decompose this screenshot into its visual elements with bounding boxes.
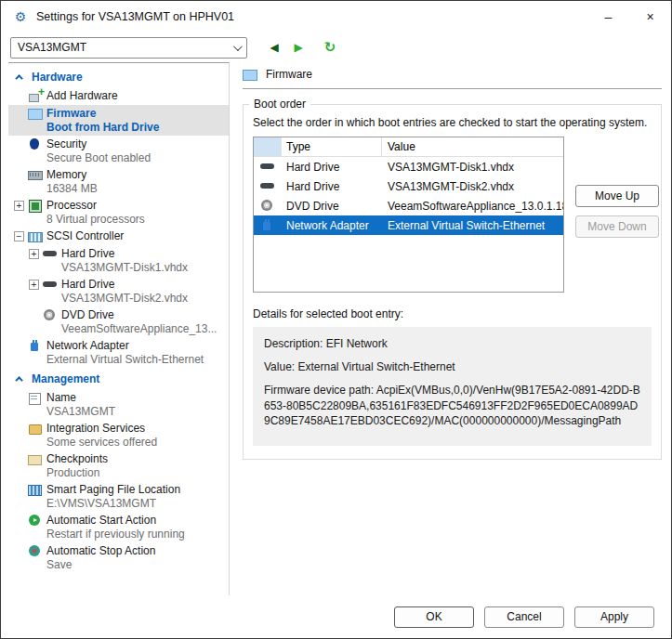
minimize-button[interactable]: – [587,1,629,33]
vm-selector[interactable]: VSA13MGMT [10,37,247,59]
close-button[interactable]: × [629,1,671,33]
tree-expander-spacer [14,170,24,180]
item-label: Processor [46,199,97,212]
tree-expander-plus-icon[interactable]: + [29,249,39,259]
navigate-back-button[interactable]: ◀ [264,36,284,59]
tree-expander-minus-icon[interactable]: − [14,231,24,241]
dvd-drive-icon [260,200,275,212]
sidebar-item-firmware[interactable]: FirmwareBoot from Hard Drive [8,105,229,136]
item-label: Add Hardware [46,89,118,102]
sidebar-item-network-adapter[interactable]: Network AdapterExternal Virtual Switch-E… [8,337,229,368]
boot-order-description: Select the order in which boot entries a… [253,116,652,129]
item-label: SCSI Controller [46,229,124,242]
tree-expander-spacer [29,310,39,320]
item-label: Name [46,391,76,404]
column-header-value: Value [382,140,563,153]
hard-drive-icon [260,180,275,192]
tree-expander-spacer [14,393,24,403]
automatic-start-icon [28,515,43,527]
tree-expander-spacer [14,91,24,101]
integration-services-icon [28,423,43,435]
item-sublabel: VSA13MGMT [14,405,229,418]
tree-expander-plus-icon[interactable]: + [29,280,39,290]
move-down-button[interactable]: Move Down [575,215,659,238]
cancel-button[interactable]: Cancel [484,606,564,628]
sidebar-item-automatic-start-action[interactable]: Automatic Start ActionRestart if previou… [8,512,229,542]
sidebar-item-dvd-drive[interactable]: DVD DriveVeeamSoftwareAppliance_13... [8,306,229,337]
dvd-drive-icon [43,309,58,321]
memory-icon [28,169,43,181]
item-label: Automatic Stop Action [46,544,155,557]
sidebar-item-integration-services[interactable]: Integration ServicesSome services offere… [8,420,229,450]
sidebar-tree: HardwareAdd HardwareFirmwareBoot from Ha… [8,62,230,595]
sidebar-item-add-hardware[interactable]: Add Hardware [8,87,229,105]
toolbar: VSA13MGMT ◀ ▶ ↻ [1,33,671,62]
sidebar-item-automatic-stop-action[interactable]: Automatic Stop ActionSave [8,542,229,573]
sidebar-item-memory[interactable]: Memory16384 MB [8,166,229,197]
boot-entry-type: DVD Drive [282,200,382,213]
titlebar: ⚙ Settings for VSA13MGMT on HPHV01 – × [1,1,671,33]
sidebar-item-hard-drive[interactable]: +Hard DriveVSA13MGMT-Disk2.vhdx [8,276,229,306]
boot-order-table-area: Type Value Hard DriveVSA13MGMT-Disk1.vhd… [253,137,652,293]
tree-expander-spacer [14,546,24,556]
boot-order-rows: Hard DriveVSA13MGMT-Disk1.vhdxHard Drive… [254,157,563,235]
network-adapter-icon [28,340,43,352]
item-sublabel: Production [14,466,229,479]
item-sublabel: Some services offered [14,436,229,449]
item-label: Memory [46,168,86,181]
hard-drive-icon [43,248,58,260]
navigate-forward-button[interactable]: ▶ [288,36,309,59]
tree-expander-spacer [14,109,24,119]
sidebar-item-name[interactable]: NameVSA13MGMT [8,389,229,420]
ok-button[interactable]: OK [394,606,474,628]
tree-expander-spacer [14,515,24,526]
tree-expander-plus-icon[interactable]: + [14,201,24,211]
move-up-button[interactable]: Move Up [575,185,659,207]
sidebar-item-smart-paging-file-location[interactable]: Smart Paging File LocationE:\VMS\VSA13MG… [8,481,229,512]
boot-entry-value: VeeamSoftwareAppliance_13.0.1.18... [382,200,563,213]
tree-expander-spacer [14,454,24,464]
sidebar-item-scsi-controller[interactable]: −SCSI Controller [8,228,229,245]
boot-entry-type: Hard Drive [282,161,382,174]
item-label: Smart Paging File Location [46,483,180,496]
content-area: HardwareAdd HardwareFirmwareBoot from Ha… [1,62,671,595]
sidebar-item-processor[interactable]: +Processor8 Virtual processors [8,197,229,228]
tree-expander-spacer [14,424,24,434]
item-label: Network Adapter [46,339,129,352]
refresh-button[interactable]: ↻ [320,36,340,59]
hard-drive-icon [43,279,58,291]
column-header-type: Type [282,137,382,156]
item-label: Hard Drive [61,247,114,260]
chevron-down-icon [233,42,243,51]
hard-drive-icon [260,161,275,173]
details-description: Description: EFI Network [264,336,640,351]
item-sublabel: 16384 MB [14,182,229,195]
boot-entry-dvd-drive[interactable]: DVD DriveVeeamSoftwareAppliance_13.0.1.1… [254,196,563,215]
item-sublabel: Secure Boot enabled [14,151,229,164]
boot-entry-network-adapter[interactable]: Network AdapterExternal Virtual Switch-E… [254,215,563,235]
sidebar-item-hard-drive[interactable]: +Hard DriveVSA13MGMT-Disk1.vhdx [8,245,229,276]
boot-order-group: Boot order Select the order in which boo… [243,104,662,460]
name-icon [28,392,43,404]
settings-window: ⚙ Settings for VSA13MGMT on HPHV01 – × V… [0,0,672,639]
boot-order-group-label: Boot order [249,98,310,111]
boot-entry-hard-drive[interactable]: Hard DriveVSA13MGMT-Disk2.vhdx [254,176,563,196]
sidebar-item-checkpoints[interactable]: CheckpointsProduction [8,450,229,481]
processor-icon [28,200,43,212]
collapse-chevron-icon [15,376,22,384]
boot-entry-hard-drive[interactable]: Hard DriveVSA13MGMT-Disk1.vhdx [254,157,563,176]
boot-order-table[interactable]: Type Value Hard DriveVSA13MGMT-Disk1.vhd… [253,137,564,293]
apply-button[interactable]: Apply [574,606,654,628]
firmware-icon [243,69,257,81]
settings-gear-icon: ⚙ [12,9,29,24]
item-sublabel: VeeamSoftwareAppliance_13... [29,322,229,335]
section-header-management[interactable]: Management [8,368,229,389]
boot-entry-icon-cell [254,180,282,192]
automatic-stop-icon [28,545,43,557]
boot-entry-icon-cell [254,219,282,231]
item-sublabel: Save [14,558,229,571]
item-label: DVD Drive [61,308,114,321]
page-title: Firmware [266,68,312,81]
sidebar-item-security[interactable]: SecuritySecure Boot enabled [8,136,229,166]
item-sublabel: Restart if previously running [14,528,229,541]
